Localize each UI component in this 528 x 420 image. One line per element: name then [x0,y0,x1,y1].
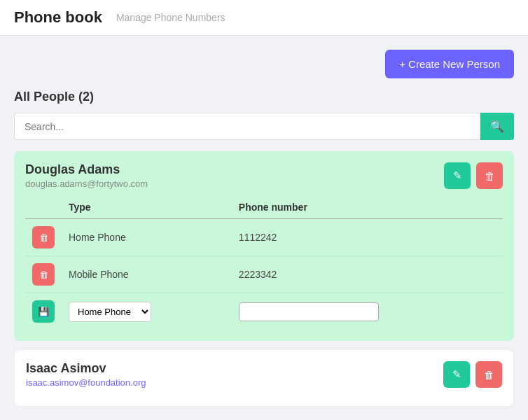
search-input[interactable] [14,113,480,140]
phone-number-0: 1112242 [232,219,503,256]
trash-icon: 🗑 [39,270,48,280]
phone-type-1: Mobile Phone [62,256,232,293]
delete-douglas-button[interactable]: 🗑 [476,162,503,189]
delete-isaac-button[interactable]: 🗑 [475,361,502,388]
person-name-isaac: Isaac Asimov [26,361,146,376]
pencil-icon: ✎ [453,169,462,182]
app-subtitle: Manage Phone Numbers [116,12,225,23]
new-phone-type-select[interactable]: Home Phone Mobile Phone Work Phone Other [69,302,151,322]
app-title: Phone book [14,8,102,27]
save-icon: 💾 [38,307,49,317]
phone-number-1: 2223342 [232,256,503,293]
person-email: douglas.adams@fortytwo.com [25,178,148,189]
delete-phone-1-button[interactable]: 🗑 [32,263,55,286]
create-new-person-button[interactable]: + Create New Person [385,50,514,78]
col-type-header: Type [62,196,232,219]
person-name: Douglas Adams [25,162,148,177]
pencil-icon: ✎ [452,368,461,381]
trash-icon: 🗑 [39,232,48,243]
delete-phone-0-button[interactable]: 🗑 [32,226,55,248]
person-card-isaac: Isaac Asimov isaac.asimov@foundation.org… [14,349,514,407]
search-button[interactable]: 🔍 [480,113,514,140]
new-phone-number-input[interactable] [239,302,379,321]
trash-icon: 🗑 [485,170,495,182]
header: Phone book Manage Phone Numbers [0,0,528,36]
phone-row-0: 🗑 Home Phone 1112242 [25,219,503,256]
person-card-douglas: Douglas Adams douglas.adams@fortytwo.com… [14,151,514,341]
section-title: All People (2) [14,90,514,104]
col-number-header: Phone number [232,196,503,219]
new-phone-row: 💾 Home Phone Mobile Phone Work Phone Oth… [25,293,503,330]
phone-type-0: Home Phone [62,219,232,256]
edit-douglas-button[interactable]: ✎ [444,162,471,189]
save-phone-button[interactable]: 💾 [32,300,55,323]
edit-isaac-button[interactable]: ✎ [443,361,470,388]
phone-row-1: 🗑 Mobile Phone 2223342 [25,256,503,293]
search-icon: 🔍 [490,120,504,132]
person-email-isaac: isaac.asimov@foundation.org [26,377,146,388]
trash-icon: 🗑 [484,369,494,381]
